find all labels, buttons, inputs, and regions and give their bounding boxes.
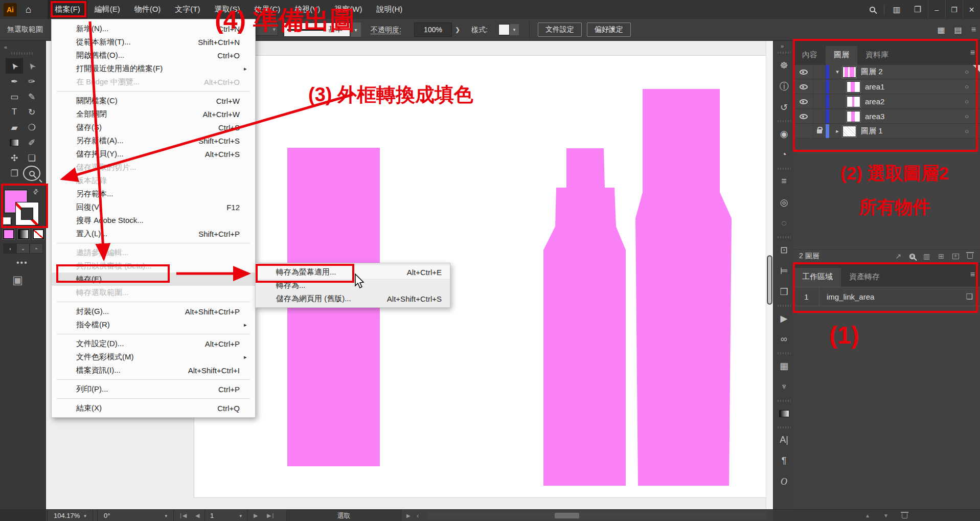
file-menu-version-history[interactable]: 版本記錄 xyxy=(52,174,255,187)
eraser-tool-icon[interactable]: ▰ xyxy=(6,120,23,135)
gradient-mode-swatch[interactable] xyxy=(18,229,29,239)
color-mode-swatch[interactable] xyxy=(3,229,14,239)
arrange-docs-icon[interactable]: ▤ xyxy=(954,25,962,35)
pen-tool-icon[interactable]: ✒ xyxy=(6,74,23,89)
file-menu-close-all[interactable]: 全部關閉 Alt+Ctrl+W xyxy=(52,107,255,121)
toolbar-drag-handle[interactable] xyxy=(11,52,34,55)
lock-toggle[interactable] xyxy=(813,65,826,79)
tab-asset-export[interactable]: 資產轉存 xyxy=(841,268,888,287)
opacity-label[interactable]: 不透明度: xyxy=(371,26,401,35)
artboard-name[interactable]: img_link_area xyxy=(827,292,874,301)
file-menu-invite-to-edit[interactable]: 邀請參與編輯... xyxy=(52,246,255,259)
file-menu-close[interactable]: 關閉檔案(C) Ctrl+W xyxy=(52,94,255,107)
file-menu-open[interactable]: 開啟舊檔(O)... Ctrl+O xyxy=(52,49,255,62)
artboard-nav-last[interactable]: ▶| xyxy=(267,510,275,521)
search-icon[interactable] xyxy=(870,5,875,14)
target-circle-icon[interactable]: ○ xyxy=(965,112,969,120)
tab-libraries[interactable]: 資料庫 xyxy=(857,46,897,65)
artboard-nav-current[interactable]: 1▾ xyxy=(204,510,247,521)
opacity-more-icon[interactable]: ❯ xyxy=(452,22,463,37)
close-button[interactable]: ✕ xyxy=(963,0,980,19)
file-menu-revert[interactable]: 回復(V) F12 xyxy=(52,200,255,214)
lock-toggle[interactable] xyxy=(813,124,826,138)
opentype-panel-icon[interactable]: O xyxy=(773,471,794,492)
artboard-nav-first[interactable]: |◀ xyxy=(180,510,188,521)
visibility-toggle[interactable] xyxy=(794,95,813,108)
file-menu-save-copy[interactable]: 儲存拷貝(Y)... Alt+Ctrl+S xyxy=(52,147,255,161)
file-menu-scripts[interactable]: 指令檔(R) ▸ xyxy=(52,318,255,331)
file-menu-export-selection[interactable]: 轉存選取範圍... xyxy=(52,286,255,299)
file-menu-package[interactable]: 封裝(G)... Alt+Shift+Ctrl+P xyxy=(52,305,255,318)
draw-normal-mode-icon[interactable]: ◑ xyxy=(3,243,16,254)
canvas-horizontal-scrollbar[interactable] xyxy=(427,512,767,519)
menu-edit[interactable]: 編輯(E) xyxy=(87,0,127,19)
actions-panel-icon[interactable]: ▶ xyxy=(773,308,794,329)
brushes-panel-icon[interactable]: ♆ xyxy=(773,376,794,397)
chevron-right-icon[interactable]: ▸ xyxy=(832,128,842,134)
file-menu-print[interactable]: 列印(P)... Ctrl+P xyxy=(52,382,255,396)
layer-thumbnail[interactable] xyxy=(842,66,856,78)
rectangle-tool-icon[interactable]: ▭ xyxy=(6,89,23,104)
layer-name[interactable]: 圖層 2 xyxy=(861,67,883,77)
arrange-documents-icon[interactable]: ❐ xyxy=(914,5,921,14)
artboards-panel-icon[interactable]: ⊡ xyxy=(773,239,794,260)
pathfinder-panel-icon[interactable]: ❒ xyxy=(773,281,794,302)
rotate-tool-icon[interactable]: ↻ xyxy=(23,104,40,120)
tab-artboards[interactable]: 工作區域 xyxy=(794,268,841,287)
paragraph-panel-icon[interactable]: ¶ xyxy=(773,450,794,471)
scrollbar-thumb[interactable] xyxy=(767,256,772,304)
zoom-tool-icon[interactable] xyxy=(23,166,40,181)
document-setup-button[interactable]: 文件設定 xyxy=(538,22,582,37)
default-fill-stroke-icon[interactable] xyxy=(3,217,11,224)
layer-row-layer2[interactable]: ▾ 圖層 2 ○ xyxy=(794,65,980,79)
artboard-tool-icon[interactable]: ❐ xyxy=(6,166,23,181)
file-menu-place[interactable]: 置入(L)... Shift+Ctrl+P xyxy=(52,227,255,240)
document-grid-icon[interactable]: ▦ xyxy=(937,25,945,35)
curvature-tool-icon[interactable]: ✑ xyxy=(23,74,40,89)
layer-row-area1[interactable]: area1 ○ xyxy=(794,80,980,94)
move-down-icon[interactable]: ▼ xyxy=(883,513,888,518)
layer-row-area2[interactable]: area2 ○ xyxy=(794,95,980,109)
new-sublayer-icon[interactable]: ⊞ xyxy=(938,252,944,260)
direct-selection-tool-icon[interactable]: ➤ xyxy=(23,58,40,74)
info-panel-icon[interactable]: ⓘ xyxy=(773,76,794,97)
layer-row-layer1[interactable]: ▸ 圖層 1 ○ xyxy=(794,124,980,139)
shape-builder-tool-icon[interactable]: ❏ xyxy=(23,150,40,166)
new-layer-icon[interactable] xyxy=(952,254,959,259)
gradient-panel-icon[interactable] xyxy=(773,403,794,424)
file-menu-browse-bridge[interactable]: 在 Bridge 中瀏覽... Alt+Ctrl+O xyxy=(52,75,255,88)
layers-panel-menu-icon[interactable]: ≡ xyxy=(970,48,975,57)
canvas-vertical-scrollbar[interactable] xyxy=(766,41,773,509)
file-menu-export[interactable]: 轉存(E) xyxy=(52,273,255,286)
delete-layer-icon[interactable] xyxy=(967,254,973,259)
move-up-icon[interactable]: ▲ xyxy=(865,513,870,518)
chevron-down-icon[interactable]: ▾ xyxy=(832,69,842,75)
edit-toolbar-icon[interactable]: ••• xyxy=(16,258,28,267)
character-panel-icon[interactable]: A| xyxy=(773,429,794,450)
target-circle-icon[interactable]: ○ xyxy=(965,127,969,135)
visibility-toggle[interactable] xyxy=(794,65,813,79)
collect-for-export-icon[interactable]: ↗ xyxy=(895,252,901,260)
target-circle-icon[interactable]: ○ xyxy=(965,83,969,90)
menu-help[interactable]: 說明(H) xyxy=(369,0,409,19)
target-circle-icon[interactable]: ○ xyxy=(965,98,969,105)
properties-panel-icon[interactable]: ☸ xyxy=(773,55,794,76)
paintbrush-tool-icon[interactable]: ✎ xyxy=(23,89,40,104)
style-swatch[interactable] xyxy=(498,24,510,35)
delete-icon[interactable] xyxy=(902,513,907,518)
align-panel-icon[interactable]: ⊨ xyxy=(773,260,794,281)
transparency-panel-icon[interactable]: ◎ xyxy=(773,192,794,213)
draw-behind-mode-icon[interactable]: ◒ xyxy=(16,243,30,254)
style-dropdown-icon[interactable]: ▾ xyxy=(510,24,519,35)
file-menu-share-for-review[interactable]: 共用以供審核 (Beta)... xyxy=(52,259,255,273)
status-play-icon[interactable]: ▶ xyxy=(406,510,411,521)
file-menu-save[interactable]: 儲存(S) Ctrl+S xyxy=(52,121,255,134)
workspace-icon[interactable]: ▥ xyxy=(893,5,901,14)
layer-name[interactable]: area3 xyxy=(865,112,884,121)
puppet-warp-tool-icon[interactable]: ✣ xyxy=(6,150,23,166)
draw-inside-mode-icon[interactable]: ◓ xyxy=(30,243,43,254)
file-menu-file-info[interactable]: 檔案資訊(I)... Alt+Shift+Ctrl+I xyxy=(52,364,255,377)
none-mode-swatch[interactable] xyxy=(33,229,44,239)
minimize-button[interactable]: – xyxy=(928,0,945,19)
export-as[interactable]: 轉存為... xyxy=(256,279,450,292)
